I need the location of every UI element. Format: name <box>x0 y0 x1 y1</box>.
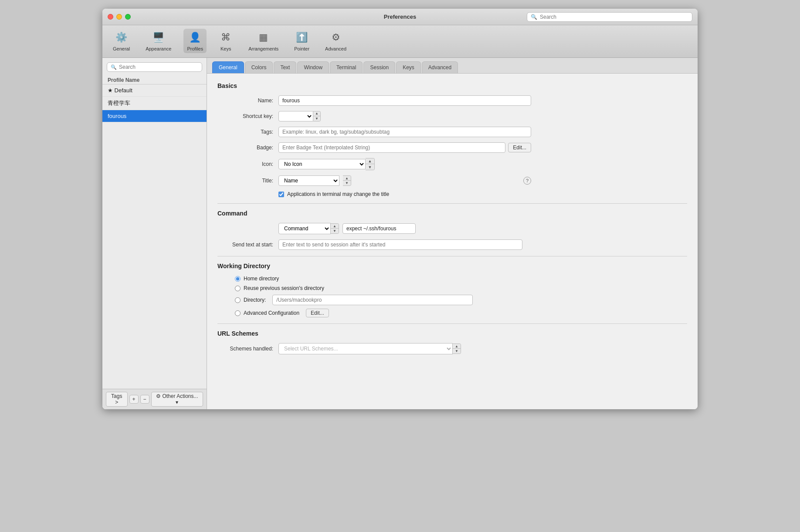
tab-session[interactable]: Session <box>363 61 395 73</box>
icon-down-arrow[interactable]: ▼ <box>366 164 374 170</box>
shortcut-key-select[interactable] <box>278 111 313 121</box>
toolbar-item-general[interactable]: ⚙️ General <box>109 29 133 53</box>
tags-button[interactable]: Tags > <box>106 392 128 407</box>
toolbar-item-keys[interactable]: ⌘ Keys <box>215 29 236 53</box>
icon-label: Icon: <box>217 161 278 167</box>
command-type-select[interactable]: Login shell Command Custom Shell <box>278 223 331 234</box>
sidebar-search-input[interactable] <box>119 64 198 70</box>
minimize-button[interactable] <box>116 14 122 20</box>
home-dir-radio-row: Home directory <box>235 276 687 282</box>
shortcut-down-arrow[interactable]: ▼ <box>313 116 320 121</box>
send-text-label: Send text at start: <box>217 242 278 248</box>
title-up-arrow[interactable]: ▲ <box>343 176 351 181</box>
icon-up-arrow[interactable]: ▲ <box>366 158 374 164</box>
right-panel: General Colors Text Window Terminal Sess… <box>207 58 698 409</box>
titlebar-search-box: 🔍 <box>527 12 692 22</box>
tab-general[interactable]: General <box>212 61 244 73</box>
profiles-icon: 👤 <box>188 30 202 44</box>
badge-edit-button[interactable]: Edit... <box>508 143 531 152</box>
pointer-icon: ⬆️ <box>295 30 309 44</box>
name-input[interactable] <box>278 95 531 106</box>
command-up-arrow[interactable]: ▲ <box>331 224 339 229</box>
toolbar-profiles-label: Profiles <box>187 46 203 51</box>
url-schemes-select[interactable]: Select URL Schemes... <box>278 343 453 354</box>
shortcut-up-arrow[interactable]: ▲ <box>313 111 320 116</box>
main-content: 🔍 Profile Name ★ Default 青橙学车 fourous Ta… <box>102 58 698 409</box>
toolbar-item-arrangements[interactable]: ▦ Arrangements <box>245 29 282 53</box>
title-select-wrap: Name Job Job & Name Process Name Profile… <box>278 175 531 186</box>
titlebar-search-input[interactable] <box>540 14 688 20</box>
reuse-dir-radio[interactable] <box>235 286 241 291</box>
add-profile-button[interactable]: + <box>129 395 139 404</box>
tab-keys[interactable]: Keys <box>396 61 421 73</box>
icon-select-wrap: No Icon ▲ ▼ <box>278 158 531 170</box>
command-down-arrow[interactable]: ▼ <box>331 229 339 233</box>
general-icon: ⚙️ <box>115 30 129 44</box>
tab-text[interactable]: Text <box>274 61 296 73</box>
arrangements-icon: ▦ <box>257 30 271 44</box>
title-select[interactable]: Name Job Job & Name Process Name Profile… <box>278 175 339 186</box>
advanced-config-edit-button[interactable]: Edit... <box>306 309 329 317</box>
remove-profile-button[interactable]: − <box>140 395 149 404</box>
other-actions-label: Other Actions... <box>162 393 198 399</box>
tab-colors[interactable]: Colors <box>245 61 273 73</box>
actions-button-wrap: ⚙ Other Actions... ▾ <box>151 392 203 407</box>
other-actions-button[interactable]: ⚙ Other Actions... ▾ <box>151 392 203 407</box>
directory-radio-row: Directory: <box>235 295 687 305</box>
tags-input[interactable] <box>278 127 531 137</box>
send-text-row: Send text at start: <box>217 239 687 250</box>
title-label: Title: <box>217 178 278 184</box>
tags-label: Tags: <box>217 129 278 135</box>
tab-window[interactable]: Window <box>297 61 329 73</box>
url-up-arrow[interactable]: ▲ <box>453 344 461 349</box>
toolbar-pointer-label: Pointer <box>294 46 309 51</box>
search-icon: 🔍 <box>531 14 537 20</box>
command-select-wrap: Login shell Command Custom Shell ▲ ▼ <box>278 223 416 234</box>
working-dir-section-title: Working Directory <box>217 263 687 269</box>
title-help-button[interactable]: ? <box>523 177 531 185</box>
reuse-dir-label: Reuse previous session's directory <box>244 285 324 291</box>
toolbar-item-profiles[interactable]: 👤 Profiles <box>183 29 207 53</box>
profile-item-fourous[interactable]: fourous <box>102 110 207 122</box>
profile-item-default[interactable]: ★ Default <box>102 84 207 97</box>
title-down-arrow[interactable]: ▼ <box>343 181 351 185</box>
tab-terminal[interactable]: Terminal <box>330 61 363 73</box>
url-down-arrow[interactable]: ▼ <box>453 349 461 354</box>
toolbar-item-advanced[interactable]: ⚙ Advanced <box>322 29 350 53</box>
url-schemes-label: Schemes handled: <box>217 346 278 352</box>
advanced-config-radio[interactable] <box>235 310 241 316</box>
reuse-dir-radio-row: Reuse previous session's directory <box>235 285 687 291</box>
profile-list: Profile Name ★ Default 青橙学车 fourous <box>102 75 207 389</box>
app-change-title-row: Applications in terminal may change the … <box>278 191 687 197</box>
preferences-window: Preferences 🔍 ⚙️ General 🖥️ Appearance 👤… <box>102 9 698 409</box>
profile-item-qingcheng[interactable]: 青橙学车 <box>102 97 207 110</box>
icon-row: Icon: No Icon ▲ ▼ <box>217 158 687 170</box>
home-dir-radio[interactable] <box>235 276 241 282</box>
toolbar-item-pointer[interactable]: ⬆️ Pointer <box>291 29 313 53</box>
tags-input-wrap <box>278 127 531 137</box>
keys-icon: ⌘ <box>219 30 233 44</box>
maximize-button[interactable] <box>125 14 131 20</box>
badge-input[interactable] <box>278 142 505 153</box>
command-value-input[interactable] <box>342 223 416 234</box>
url-stepper: ▲ ▼ <box>453 343 461 354</box>
directory-path-input[interactable] <box>272 295 473 305</box>
tab-advanced[interactable]: Advanced <box>422 61 458 73</box>
icon-select[interactable]: No Icon <box>278 159 366 169</box>
send-text-input[interactable] <box>278 239 522 250</box>
traffic-lights <box>108 14 131 20</box>
toolbar-advanced-label: Advanced <box>325 46 346 51</box>
divider-3 <box>217 323 687 324</box>
close-button[interactable] <box>108 14 113 20</box>
toolbar-item-appearance[interactable]: 🖥️ Appearance <box>142 29 175 53</box>
command-section-title: Command <box>217 210 687 217</box>
name-input-wrap <box>278 95 531 106</box>
toolbar: ⚙️ General 🖥️ Appearance 👤 Profiles ⌘ Ke… <box>102 25 698 58</box>
app-change-title-checkbox[interactable] <box>278 192 284 197</box>
shortcut-key-input-wrap: ▲ ▼ <box>278 111 531 121</box>
directory-radio[interactable] <box>235 297 241 303</box>
toolbar-general-label: General <box>113 46 130 51</box>
tags-row: Tags: <box>217 127 687 137</box>
url-schemes-row: Schemes handled: Select URL Schemes... ▲… <box>217 343 687 354</box>
badge-row-outer: Badge: Edit... <box>217 142 687 153</box>
